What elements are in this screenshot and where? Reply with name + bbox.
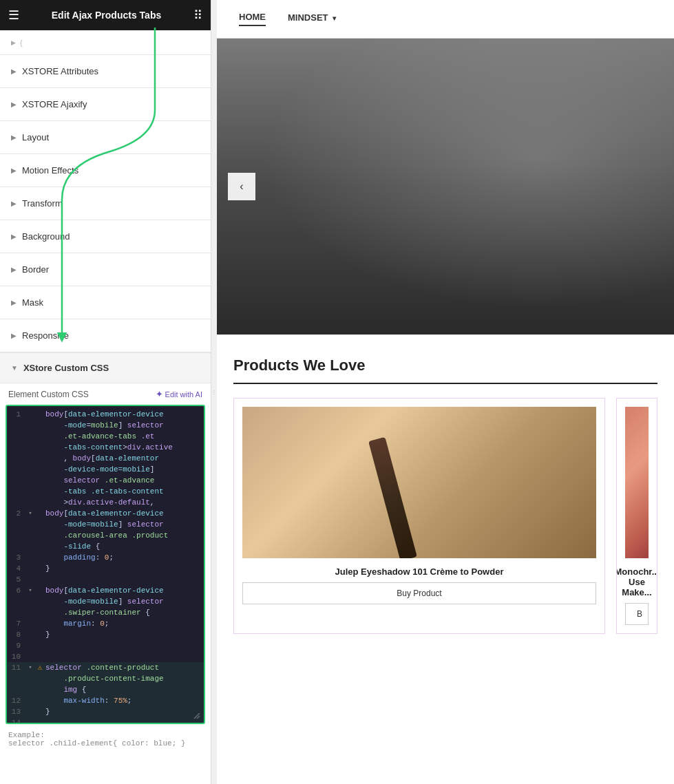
line-number: 6 <box>7 596 26 607</box>
section-list: ▶ { ▶ XSTORE Attributes ▶ XSTORE Ajaxify… <box>0 30 211 784</box>
collapse-arrow <box>26 684 34 695</box>
line-content: -mode=mobile] selector <box>45 420 204 431</box>
line-content <box>45 651 204 662</box>
buy-product-button[interactable]: Buy Product <box>242 582 596 604</box>
collapse-arrow <box>26 530 34 541</box>
line-content: selector .content-product <box>45 662 204 673</box>
arrow-icon: ▶ <box>11 67 17 75</box>
code-line: 4 ⚠ } <box>7 563 204 574</box>
collapse-arrow[interactable]: ▾ <box>26 662 34 673</box>
sidebar-item-transform[interactable]: ▶ Transform <box>0 187 211 220</box>
code-line: 6 ⚠ -mode=mobile] selector <box>7 596 204 607</box>
code-line: 11 ⚠ img { <box>7 684 204 695</box>
line-content: -mode=mobile] selector <box>45 596 204 607</box>
panel-resize-handle[interactable]: ⋮ <box>211 0 217 784</box>
sidebar-item-label: Transform <box>22 198 63 209</box>
line-number: 1 <box>7 409 26 420</box>
sidebar-item-motion-effects[interactable]: ▶ Motion Effects <box>0 154 211 187</box>
warn-icon: ⚠ <box>34 442 45 453</box>
line-content: body[data-elementor-device <box>45 409 204 420</box>
sidebar-item-label: Layout <box>22 132 49 142</box>
products-section: Products We Love Julep Eyeshadow 101 Crè… <box>217 335 674 656</box>
line-number: 9 <box>7 640 26 651</box>
code-line: 11 ⚠ .product-content-image <box>7 673 204 684</box>
line-content <box>45 640 204 651</box>
warn-icon: ⚠ <box>34 629 45 640</box>
hero-image-inner <box>217 39 674 335</box>
sidebar-item-layout[interactable]: ▶ Layout <box>0 121 211 154</box>
line-number: 6 <box>7 607 26 618</box>
warn-icon: ⚠ <box>34 497 45 508</box>
line-number: 13 <box>7 706 26 717</box>
custom-css-header[interactable]: ▼ XStore Custom CSS <box>0 353 211 383</box>
products-title: Products We Love <box>233 357 657 384</box>
collapse-arrow <box>26 629 34 640</box>
line-content: padding: 0; <box>45 552 204 563</box>
sidebar-item-stub[interactable]: ▶ { <box>0 30 211 55</box>
line-content: -tabs .et-tabs-content <box>45 486 204 497</box>
code-editor[interactable]: 1 ⚠ body[data-elementor-device 1 ⚠ -mode… <box>6 405 205 724</box>
line-content: -tabs-content>div.active <box>45 442 204 453</box>
warn-icon: ⚠ <box>34 640 45 651</box>
sidebar-item-mask[interactable]: ▶ Mask <box>0 286 211 319</box>
nav-item-mindset[interactable]: MINDSET ▾ <box>288 12 336 25</box>
sidebar-item-responsive[interactable]: ▶ Responsive <box>0 319 211 352</box>
line-number: 14 <box>7 717 26 723</box>
collapse-arrow <box>26 475 34 486</box>
hero-prev-button[interactable]: ‹ <box>228 173 255 200</box>
product-card: Julep Eyeshadow 101 Crème to Powder Buy … <box>233 398 605 634</box>
collapse-arrow <box>26 431 34 442</box>
line-number: 6 <box>7 585 26 596</box>
warn-icon: ⚠ <box>34 541 45 552</box>
collapse-arrow[interactable]: ▾ <box>26 508 34 519</box>
top-nav: HOME MINDSET ▾ <box>217 0 674 39</box>
resize-handle[interactable] <box>193 712 201 720</box>
css-label: Element Custom CSS <box>8 390 89 399</box>
code-line: 6 ⚠ .swiper-container { <box>7 607 204 618</box>
warn-icon: ⚠ <box>34 574 45 585</box>
hamburger-icon[interactable]: ☰ <box>8 8 19 23</box>
line-content: .carousel-area .product <box>45 530 204 541</box>
dropdown-arrow-icon: ▾ <box>333 14 336 22</box>
product-image-1 <box>242 407 596 558</box>
line-number: 5 <box>7 574 26 585</box>
collapse-arrow <box>26 541 34 552</box>
collapse-arrow <box>26 706 34 717</box>
sidebar-item-xstore-ajaxify[interactable]: ▶ XSTORE Ajaxify <box>0 88 211 121</box>
edit-with-ai-button[interactable]: ✦ Edit with AI <box>156 389 202 399</box>
warn-icon: ⚠ <box>34 431 45 442</box>
arrow-icon: ▶ <box>11 100 17 108</box>
code-line: 2 ⚠ .carousel-area .product <box>7 530 204 541</box>
line-number: 10 <box>7 651 26 662</box>
hero-image: ‹ <box>217 39 674 335</box>
warn-icon: ⚠ <box>34 618 45 629</box>
top-bar: ☰ Edit Ajax Products Tabs ⠿ <box>0 0 211 30</box>
buy-product-button-2[interactable]: B <box>625 603 649 625</box>
sidebar-item-label: Border <box>22 264 49 275</box>
collapse-arrow <box>26 420 34 431</box>
product-name: Julep Eyeshadow 101 Crème to Powder <box>335 566 504 577</box>
nav-item-label: MINDSET <box>288 12 328 23</box>
code-line: 1 ⚠ .et-advance-tabs .et <box>7 431 204 442</box>
code-line: 1 ⚠ body[data-elementor-device <box>7 409 204 420</box>
preview-area[interactable]: ‹ Products We Love Julep Eyeshadow 101 C… <box>217 39 674 784</box>
sidebar-item-background[interactable]: ▶ Background <box>0 220 211 253</box>
warn-icon: ⚠ <box>34 453 45 464</box>
sidebar-item-label: XSTORE Attributes <box>22 66 98 76</box>
line-number: 7 <box>7 618 26 629</box>
warn-icon: ⚠ <box>34 552 45 563</box>
code-line: 6 ▾ ⚠ body[data-elementor-device <box>7 585 204 596</box>
grid-icon[interactable]: ⠿ <box>193 8 202 23</box>
nav-item-home[interactable]: HOME <box>239 12 266 26</box>
collapse-arrow <box>26 640 34 651</box>
line-number: 1 <box>7 431 26 442</box>
code-line: 2 ⚠ -slide { <box>7 541 204 552</box>
code-line: 1 ⚠ >div.active-default, <box>7 497 204 508</box>
sidebar-item-border[interactable]: ▶ Border <box>0 253 211 286</box>
sidebar-item-xstore-attributes[interactable]: ▶ XSTORE Attributes <box>0 55 211 88</box>
line-content: margin: 0; <box>45 618 204 629</box>
collapse-arrow[interactable]: ▾ <box>26 585 34 596</box>
warn-icon: ⚠ <box>34 596 45 607</box>
code-line: 7 ⚠ margin: 0; <box>7 618 204 629</box>
line-number: 2 <box>7 519 26 530</box>
